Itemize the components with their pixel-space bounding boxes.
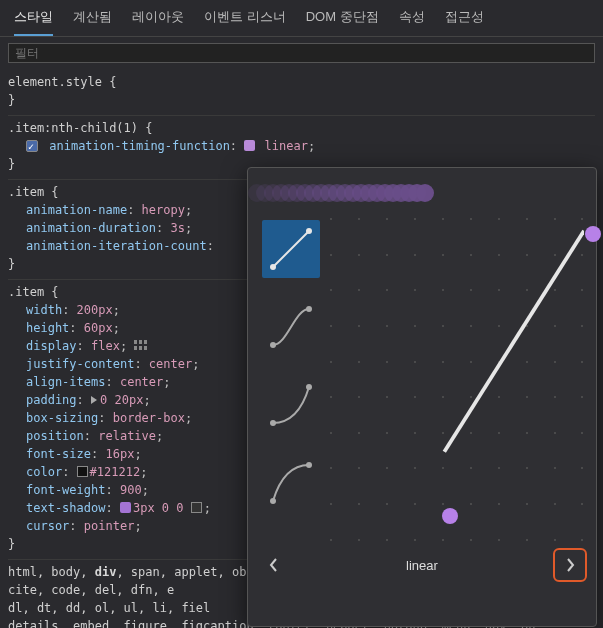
bezier-handle-p1[interactable] [442,508,458,524]
value[interactable]: 200px [77,303,113,317]
property[interactable]: padding [26,393,77,407]
preset-list [248,218,330,542]
tab-layout[interactable]: 레이아웃 [132,8,184,36]
selector: .item [8,185,44,199]
tab-dom-breakpoints[interactable]: DOM 중단점 [306,8,379,36]
chevron-left-icon [269,558,279,572]
selector: element.style [8,75,102,89]
property[interactable]: color [26,465,62,479]
bezier-editor-popover: linear [247,167,597,627]
property[interactable]: box-sizing [26,411,98,425]
value[interactable]: linear [265,139,308,153]
property[interactable]: cursor [26,519,69,533]
value[interactable]: 16px [105,447,134,461]
selector: .item:nth-child(1) [8,121,138,135]
rule-element-style[interactable]: element.style { } [8,73,595,109]
preset-ease-out[interactable] [262,454,320,512]
value[interactable]: 0 20px [100,393,143,407]
value[interactable]: border-box [113,411,185,425]
current-preset-name: linear [406,558,438,573]
animation-preview [248,168,596,218]
tab-accessibility[interactable]: 접근성 [445,8,484,36]
svg-line-0 [273,231,309,267]
value[interactable]: 3s [171,221,185,235]
property[interactable]: animation-name [26,203,127,217]
svg-point-5 [270,420,276,426]
svg-point-1 [270,264,276,270]
svg-point-2 [306,228,312,234]
prev-preset-button[interactable] [260,551,288,579]
devtools-tab-bar: 스타일 계산됨 레이아웃 이벤트 리스너 DOM 중단점 속성 접근성 [0,0,603,37]
property[interactable]: width [26,303,62,317]
bezier-footer: linear [248,542,596,588]
value[interactable]: #121212 [90,465,141,479]
bezier-swatch-icon[interactable] [244,140,255,151]
value[interactable]: center [120,375,163,389]
tab-styles[interactable]: 스타일 [14,8,53,36]
property[interactable]: text-shadow [26,501,105,515]
property[interactable]: animation-timing-function [49,139,230,153]
property[interactable]: justify-content [26,357,134,371]
color-swatch-icon[interactable] [77,466,88,477]
preset-linear[interactable] [262,220,320,278]
rule-separator [8,115,595,116]
property[interactable]: animation-iteration-count [26,239,207,253]
preview-dot [416,184,434,202]
svg-point-8 [306,462,312,468]
svg-point-7 [270,498,276,504]
selector: .item [8,285,44,299]
open-brace: { [109,75,116,89]
value[interactable]: flex [91,339,120,353]
preset-ease-in[interactable] [262,376,320,434]
property[interactable]: position [26,429,84,443]
next-preset-button[interactable] [556,551,584,579]
enable-checkbox-icon[interactable] [26,140,38,152]
chevron-right-icon [565,558,575,572]
value[interactable]: heropy [142,203,185,217]
svg-point-3 [270,342,276,348]
value[interactable]: 900 [120,483,142,497]
flex-editor-icon[interactable] [134,340,147,351]
value[interactable]: 60px [84,321,113,335]
property[interactable]: align-items [26,375,105,389]
value[interactable]: relative [98,429,156,443]
shadow-swatch-icon[interactable] [120,502,131,513]
value[interactable]: 3px 0 0 [133,501,184,515]
tab-computed[interactable]: 계산됨 [73,8,112,36]
tab-event-listeners[interactable]: 이벤트 리스너 [204,8,286,36]
property[interactable]: animation-duration [26,221,156,235]
property[interactable]: font-weight [26,483,105,497]
close-brace: } [8,93,15,107]
rule-nth-child[interactable]: .item:nth-child(1) { animation-timing-fu… [8,119,595,173]
property[interactable]: display [26,339,77,353]
bezier-canvas[interactable] [330,218,596,542]
svg-line-9 [444,231,584,452]
color-swatch-icon[interactable] [191,502,202,513]
declaration[interactable]: animation-timing-function: linear; [8,137,595,155]
tab-properties[interactable]: 속성 [399,8,425,36]
filter-input[interactable] [8,43,595,63]
property[interactable]: font-size [26,447,91,461]
svg-point-6 [306,384,312,390]
preset-ease-in-out[interactable] [262,298,320,356]
value[interactable]: center [149,357,192,371]
expand-shorthand-icon[interactable] [91,396,97,404]
svg-point-4 [306,306,312,312]
property[interactable]: height [26,321,69,335]
value[interactable]: pointer [84,519,135,533]
filter-row [0,37,603,69]
